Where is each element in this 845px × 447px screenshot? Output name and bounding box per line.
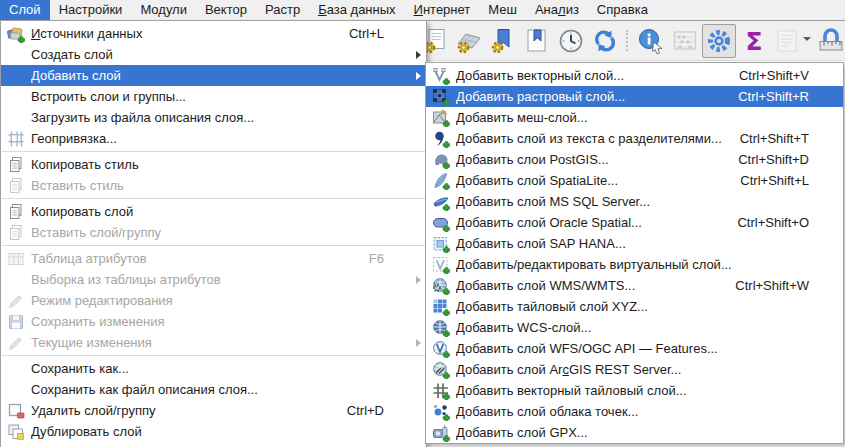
paste-doc-icon: [6, 224, 25, 242]
globe-v-icon: [431, 340, 450, 358]
menu-item-add-mesh-layer[interactable]: Добавить меш-слой...: [426, 107, 843, 128]
menubar-item-web[interactable]: Интернет: [405, 0, 480, 20]
menu-item-add-point-cloud-layer[interactable]: Добавить слой облака точек...: [426, 401, 843, 422]
menubar-item-settings[interactable]: Настройки: [50, 0, 132, 20]
menu-item-add-sap-hana-layer[interactable]: Добавить слой SAP HANA...: [426, 233, 843, 254]
menu-item-add-postgis-layers[interactable]: Добавить слои PostGIS...Ctrl+Shift+D: [426, 149, 843, 170]
svg-text:Σ: Σ: [746, 27, 763, 55]
tiles-icon: [431, 298, 450, 316]
menu-item-add-from-layer-definition[interactable]: Загрузить из файла описания слоя...: [1, 107, 426, 128]
menu-item-label: Добавить слой GPX...: [456, 425, 843, 440]
menu-item-label: Сохранить изменения: [31, 314, 426, 329]
blank-icon: [6, 67, 25, 85]
menu-item-add-wfs-layer[interactable]: Добавить слой WFS/OGC API — Features...: [426, 338, 843, 359]
blank-icon: [6, 88, 25, 106]
menubar-item-layer[interactable]: Слой: [0, 0, 50, 20]
menu-item-embed-layers[interactable]: Встроить слои и группы...: [1, 86, 426, 107]
datasource-icon: [6, 25, 25, 43]
menu-item-save-edits: Сохранить изменения: [1, 311, 426, 332]
menu-item-label: Добавить/редактировать виртуальный слой.…: [456, 257, 843, 272]
menubar-item-database[interactable]: База данных: [309, 0, 404, 20]
menu-item-georeferencer[interactable]: Геопривязка...: [1, 128, 426, 149]
menu-item-label: Встроить слои и группы...: [31, 89, 426, 104]
menu-item-set-scale-visibility[interactable]: Задать видимость слоя в зависимости от м…: [1, 442, 426, 447]
menu-item-add-mssql-layer[interactable]: Добавить слой MS SQL Server...: [426, 191, 843, 212]
layer-menu-panel: Источники данныхCtrl+LСоздать слойДобави…: [0, 20, 427, 447]
menu-item-create-layer[interactable]: Создать слой: [1, 44, 426, 65]
menu-item-add-raster-layer[interactable]: Добавить растровый слой...Ctrl+Shift+R: [426, 86, 843, 107]
menu-separator: [2, 245, 425, 246]
menu-item-add-xyz-layer[interactable]: Добавить тайловый слой XYZ...: [426, 296, 843, 317]
menubar-item-plugins[interactable]: Модули: [131, 0, 196, 20]
menu-item-add-delimited-text-layer[interactable]: Добавить слой из текста с разделителями.…: [426, 128, 843, 149]
feather-icon: [431, 172, 450, 190]
menu-item-add-wcs-layer[interactable]: Добавить WCS-слой...: [426, 317, 843, 338]
bookmark-manager-icon[interactable]: [486, 24, 520, 58]
gps-icon: [431, 424, 450, 442]
identify-features-icon[interactable]: [634, 24, 668, 58]
mssql-icon: [431, 193, 450, 211]
menu-item-label: Добавить слой облака точек...: [456, 404, 843, 419]
menu-item-add-vector-tile-layer[interactable]: Добавить векторный тайловый слой...: [426, 380, 843, 401]
blank-icon: [6, 271, 25, 289]
paste-doc-icon: [6, 177, 25, 195]
menu-item-save-as-layer-definition[interactable]: Сохранить как файл описания слоя...: [1, 379, 426, 400]
menu-item-label: Добавить слой WMS/WMTS...: [456, 278, 735, 293]
vector-icon: [431, 67, 450, 85]
menu-item-label: Добавить WCS-слой...: [456, 320, 843, 335]
menu-item-shortcut: Ctrl+Shift+W: [735, 278, 809, 293]
statistical-summary-icon[interactable]: Σ: [736, 24, 770, 58]
menu-item-label: Добавить слои PostGIS...: [456, 152, 738, 167]
menubar-item-vector[interactable]: Вектор: [196, 0, 256, 20]
menu-item-add-gpx-layer[interactable]: Добавить слой GPX...: [426, 422, 843, 443]
menu-item-label: Дублировать слой: [31, 424, 426, 439]
menu-item-shortcut: Ctrl+Shift+D: [738, 152, 809, 167]
terrain-with-gear-icon[interactable]: [452, 24, 486, 58]
menu-item-label: Текущие изменения: [31, 335, 426, 350]
menu-item-duplicate-layer[interactable]: Дублировать слой: [1, 421, 426, 442]
temporal-controller-icon[interactable]: [554, 24, 588, 58]
menu-item-label: Добавить тайловый слой XYZ...: [456, 299, 843, 314]
menu-item-add-oracle-layer[interactable]: Добавить слой Oracle Spatial...Ctrl+Shif…: [426, 212, 843, 233]
menubar-item-analysis[interactable]: Анализ: [526, 0, 588, 20]
table-icon: [6, 250, 25, 268]
refresh-icon[interactable]: [588, 24, 622, 58]
menu-item-label: Вставить стиль: [31, 178, 426, 193]
processing-toolbox-icon[interactable]: [702, 24, 736, 58]
menu-item-shortcut: Ctrl+Shift+R: [738, 89, 809, 104]
floppy-icon: [6, 313, 25, 331]
menu-item-label: Сохранить как...: [31, 361, 426, 376]
menu-item-save-as[interactable]: Сохранить как...: [1, 358, 426, 379]
menu-item-remove-layer-group[interactable]: Удалить слой/группуCtrl+D: [1, 400, 426, 421]
menu-item-add-vector-layer[interactable]: Добавить векторный слой...Ctrl+Shift+V: [426, 65, 843, 86]
measure-icon[interactable]: [814, 24, 845, 58]
menu-item-shortcut: F6: [369, 251, 384, 266]
blank-icon: [6, 444, 25, 447]
menu-item-add-wms-layer[interactable]: Добавить слой WMS/WMTS...Ctrl+Shift+W: [426, 275, 843, 296]
menu-item-paste-layer-group: Вставить слой/группу: [1, 222, 426, 243]
globe-dark-icon: [431, 319, 450, 337]
menu-item-attribute-table: Таблица атрибутовF6: [1, 248, 426, 269]
menubar-item-raster[interactable]: Растр: [256, 0, 309, 20]
menubar-item-help[interactable]: Справка: [588, 0, 657, 20]
menu-item-shortcut: Ctrl+D: [347, 403, 384, 418]
menu-item-add-spatialite-layer[interactable]: Добавить слой SpatiaLite...Ctrl+Shift+L: [426, 170, 843, 191]
menu-item-label: Добавить слой WFS/OGC API — Features...: [456, 341, 843, 356]
menubar-item-mesh[interactable]: Меш: [479, 0, 526, 20]
blank-icon: [6, 360, 25, 378]
menu-item-label: Добавить слой: [31, 68, 426, 83]
menu-item-shortcut: Ctrl+Shift+T: [740, 131, 809, 146]
menu-item-label: Таблица атрибутов: [31, 251, 369, 266]
menu-item-label: Вставить слой/группу: [31, 225, 426, 240]
new-spatial-bookmark-icon[interactable]: [520, 24, 554, 58]
blank-icon: [6, 381, 25, 399]
menu-item-data-source-manager[interactable]: Источники данныхCtrl+L: [1, 23, 426, 44]
menu-item-copy-layer[interactable]: Копировать слой: [1, 201, 426, 222]
copy-doc-icon: [6, 203, 25, 221]
menu-item-copy-style[interactable]: Копировать стиль: [1, 154, 426, 175]
menu-item-add-virtual-layer[interactable]: Добавить/редактировать виртуальный слой.…: [426, 254, 843, 275]
menu-item-add-layer[interactable]: Добавить слой: [1, 65, 426, 86]
dropdown-caret-icon[interactable]: [803, 37, 811, 41]
menu-item-add-arcgis-rest-layer[interactable]: Добавить слой ArcGIS REST Server...: [426, 359, 843, 380]
menu-item-shortcut: Ctrl+Shift+V: [739, 68, 809, 83]
